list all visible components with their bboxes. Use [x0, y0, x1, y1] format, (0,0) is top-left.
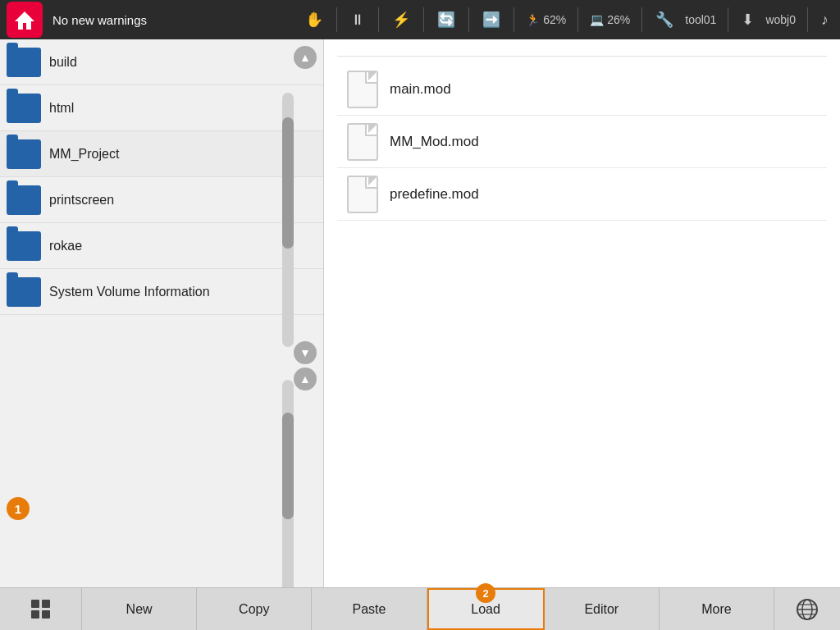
- divider-6: [578, 7, 578, 32]
- file-fold: [368, 72, 377, 80]
- warning-text: No new warnings: [52, 13, 147, 27]
- collapse-up-btn-1[interactable]: ▲: [294, 46, 317, 69]
- scrollbar-track-2[interactable]: [282, 380, 294, 587]
- divider-8: [728, 7, 728, 32]
- folder-icon: [7, 139, 41, 169]
- folder-icon: [7, 94, 41, 123]
- file-icon: [347, 71, 378, 108]
- left-panel: ▲ build html MM_Project printscreen: [0, 39, 324, 587]
- globe-button[interactable]: [774, 588, 840, 630]
- monitor-icon: 💻: [590, 13, 604, 26]
- arrow-icon[interactable]: ➡️: [477, 11, 505, 29]
- collapse-up-btn-2[interactable]: ▲: [294, 368, 317, 390]
- tree-item-label: build: [49, 55, 77, 70]
- pause-icon[interactable]: ⏸: [345, 11, 370, 29]
- monitor-value: 26%: [607, 13, 630, 26]
- tree-item-label: html: [49, 101, 74, 116]
- folder-icon: [7, 48, 41, 77]
- globe-icon: [795, 597, 819, 622]
- step-1-label: 1: [15, 502, 21, 516]
- run-icon: 🏃: [526, 13, 540, 26]
- file-icon: [347, 176, 378, 213]
- paste-button[interactable]: Paste: [312, 588, 427, 630]
- tree-item-printscreen[interactable]: printscreen: [0, 177, 323, 223]
- tree-item-label: rokae: [49, 239, 82, 253]
- load-label: Load: [471, 602, 500, 617]
- collapse-down-btn-1[interactable]: ▼: [294, 341, 317, 364]
- tool-label: tool01: [682, 13, 719, 26]
- hand-icon[interactable]: ✋: [300, 11, 328, 29]
- run-value: 62%: [543, 13, 566, 26]
- paste-label: Paste: [352, 602, 386, 617]
- scrollbar-track-1[interactable]: [282, 93, 294, 347]
- new-button[interactable]: New: [82, 588, 197, 630]
- right-panel: main.mod MM_Mod.mod predefine.mod: [324, 39, 840, 587]
- music-icon[interactable]: ♪: [816, 11, 833, 29]
- divider-5: [514, 7, 514, 32]
- tree-item-label: System Volume Information: [49, 285, 210, 299]
- divider-3: [423, 7, 424, 32]
- main-content: ▲ build html MM_Project printscreen: [0, 39, 840, 587]
- top-toolbar: No new warnings ✋ ⏸ ⚡ 🔄 ➡️ 🏃 62% 💻 26% 🔧…: [0, 0, 840, 39]
- grid-cell: [42, 610, 50, 619]
- folder-icon: [7, 231, 41, 261]
- tree-item-sysvolinfo[interactable]: System Volume Information: [0, 269, 323, 315]
- grid-cell: [31, 600, 39, 608]
- run-stat: 🏃 62%: [523, 13, 569, 26]
- divider-7: [641, 7, 642, 32]
- folder-icon: [7, 185, 41, 215]
- tree-item-build[interactable]: build: [0, 39, 323, 85]
- file-name: predefine.mod: [390, 186, 479, 203]
- cycle-icon[interactable]: 🔄: [432, 11, 460, 29]
- tree-item-rokae-1[interactable]: rokae: [0, 223, 323, 269]
- grid-cell: [42, 600, 50, 608]
- divider-2: [378, 7, 379, 32]
- tree-item-mm-project-1[interactable]: MM_Project: [0, 131, 323, 177]
- scrollbar-thumb-2[interactable]: [282, 413, 294, 519]
- copy-button[interactable]: Copy: [197, 588, 312, 630]
- chevron-up-icon-2: ▲: [299, 372, 311, 386]
- grid-cell: [31, 610, 39, 619]
- file-item-mm-mod[interactable]: MM_Mod.mod: [337, 116, 827, 168]
- step-2-label: 2: [482, 587, 488, 600]
- tree-item-label: printscreen: [49, 193, 114, 208]
- more-label: More: [701, 602, 731, 617]
- bottom-toolbar: New Copy Paste 2 Load Editor More: [0, 587, 840, 630]
- wobj-label: wobj0: [762, 13, 799, 26]
- editor-button[interactable]: Editor: [545, 588, 660, 630]
- home-button[interactable]: [7, 2, 43, 38]
- divider-9: [807, 7, 808, 32]
- step-2-badge: 2: [476, 583, 495, 603]
- download-icon[interactable]: ⬇: [737, 11, 759, 29]
- grid-view-button[interactable]: [0, 588, 82, 630]
- home-icon: [13, 8, 36, 31]
- scrollbar-thumb-1[interactable]: [282, 117, 294, 249]
- file-fold: [368, 177, 377, 185]
- tree-item-html[interactable]: html: [0, 85, 323, 131]
- right-panel-header: [337, 52, 827, 57]
- svg-marker-0: [15, 11, 34, 30]
- chevron-up-icon: ▲: [299, 51, 311, 64]
- file-name: main.mod: [390, 81, 451, 98]
- copy-label: Copy: [239, 602, 269, 617]
- file-fold: [368, 125, 377, 133]
- flash-icon[interactable]: ⚡: [387, 11, 415, 29]
- folder-icon: [7, 277, 41, 307]
- monitor-stat: 💻 26%: [587, 13, 633, 26]
- grid-icon: [31, 600, 50, 619]
- step-1-badge: 1: [7, 497, 30, 520]
- tree-item-label: MM_Project: [49, 147, 119, 162]
- chevron-down-icon: ▼: [299, 346, 311, 359]
- file-icon: [347, 123, 378, 161]
- file-item-main-mod[interactable]: main.mod: [337, 63, 827, 116]
- load-button[interactable]: 2 Load: [427, 588, 545, 630]
- divider-1: [336, 7, 337, 32]
- file-item-predefine-mod[interactable]: predefine.mod: [337, 168, 827, 221]
- wrench-icon[interactable]: 🔧: [651, 11, 678, 29]
- file-name: MM_Mod.mod: [390, 134, 479, 150]
- more-button[interactable]: More: [660, 588, 774, 630]
- new-label: New: [126, 602, 153, 617]
- editor-label: Editor: [584, 602, 619, 617]
- divider-4: [468, 7, 469, 32]
